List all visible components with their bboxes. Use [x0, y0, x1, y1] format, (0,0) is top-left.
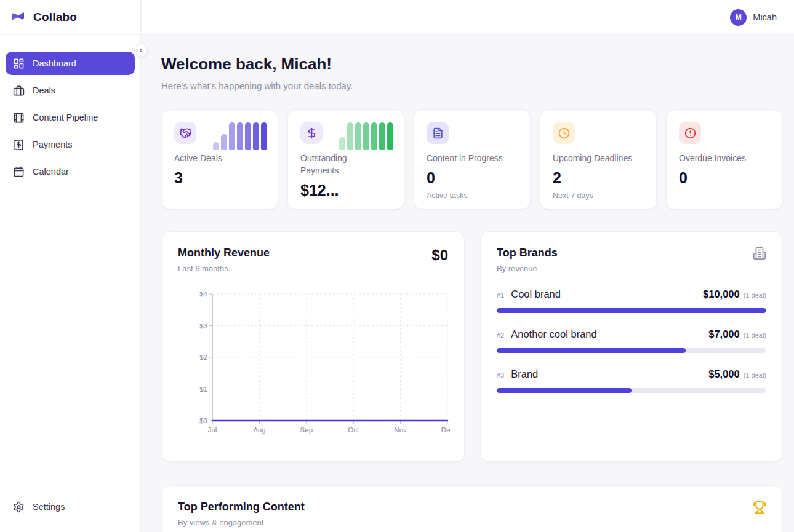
monthly-revenue-chart: $0$1$2$3$4JulAugSepOctNovDec	[178, 287, 448, 443]
brand-progress-fill	[497, 348, 686, 353]
clock-icon-badge	[553, 122, 575, 144]
page-subtitle: Here's what's happening with your deals …	[161, 81, 783, 91]
brand-name: Brand	[511, 368, 708, 380]
sidebar-item-content-pipeline[interactable]: Content Pipeline	[6, 106, 135, 129]
revenue-subtitle: Last 6 months	[178, 264, 270, 273]
sidebar-item-payments[interactable]: Payments	[6, 133, 135, 156]
sparkline-bar	[347, 122, 353, 150]
svg-text:$0: $0	[199, 417, 207, 424]
sidebar-item-settings[interactable]: Settings	[6, 495, 135, 518]
receipt-icon	[13, 139, 25, 151]
svg-text:$4: $4	[199, 290, 207, 298]
trophy-icon	[753, 501, 766, 514]
stat-value: 3	[174, 169, 265, 187]
stat-card-content-in-progress: Content in Progress0Active tasks	[414, 109, 531, 210]
svg-text:Aug: Aug	[253, 426, 265, 434]
sidebar-item-label: Calendar	[33, 167, 69, 177]
main-area: M Micah Welcome back, Micah! Here's what…	[142, 0, 794, 532]
topbar: M Micah	[142, 0, 794, 35]
building-icon	[753, 247, 766, 263]
svg-text:Dec: Dec	[441, 426, 450, 434]
brand-deal-count: (1 deal)	[744, 292, 766, 299]
stat-sublabel: Active tasks	[427, 191, 518, 200]
sidebar-nav: DashboardDealsContent PipelinePaymentsCa…	[0, 35, 140, 495]
svg-text:Oct: Oct	[348, 426, 359, 434]
dollar-icon	[306, 127, 318, 139]
stat-label: Active Deals	[174, 152, 238, 164]
svg-text:$2: $2	[199, 354, 207, 361]
sparkline-bar	[245, 122, 251, 150]
sparkline-bar	[237, 122, 243, 150]
brand-rank: #1	[497, 292, 504, 299]
stat-card-outstanding-payments: Outstanding Payments$12...	[287, 109, 404, 210]
top-content-subtitle: By views & engagement	[178, 518, 305, 527]
top-content-title: Top Performing Content	[178, 501, 305, 514]
chevron-left-icon	[137, 47, 145, 54]
building-icon	[753, 247, 766, 260]
svg-text:Sep: Sep	[300, 426, 313, 434]
sparkline-bar	[355, 122, 361, 150]
stat-sparkline	[213, 122, 267, 150]
brand-rank: #3	[497, 371, 504, 379]
stat-label: Outstanding Payments	[300, 152, 364, 177]
sidebar: Collabo DashboardDealsContent PipelinePa…	[0, 0, 141, 532]
stat-label: Content in Progress	[427, 152, 518, 164]
sidebar-item-dashboard[interactable]: Dashboard	[6, 52, 135, 75]
top-brands-panel: Top Brands By revenue #1Cool brand$10,00…	[480, 231, 783, 462]
gear-icon	[13, 501, 25, 513]
brand-deal-count: (1 deal)	[744, 332, 766, 339]
trophy-icon	[753, 501, 766, 517]
brand-row: #3Brand$5,000(1 deal)	[497, 368, 766, 393]
top-brands-list: #1Cool brand$10,000(1 deal)#2Another coo…	[497, 288, 766, 393]
monthly-revenue-panel: Monthly Revenue Last 6 months $0 $0$1$2$…	[161, 231, 465, 462]
stat-value: 0	[427, 169, 518, 187]
alert-icon	[684, 127, 696, 139]
revenue-total: $0	[431, 247, 448, 264]
sidebar-item-deals[interactable]: Deals	[6, 79, 135, 102]
film-icon	[13, 112, 25, 124]
page-title: Welcome back, Micah!	[161, 55, 783, 74]
handshake-icon	[180, 127, 191, 139]
brand-amount: $10,000	[703, 288, 740, 300]
svg-text:$1: $1	[199, 386, 207, 393]
revenue-line-chart-svg: $0$1$2$3$4JulAugSepOctNovDec	[189, 287, 450, 440]
document-icon-badge	[427, 122, 449, 144]
top-content-panel: Top Performing Content By views & engage…	[161, 485, 783, 532]
dollar-icon-badge	[300, 122, 323, 144]
settings-row: Settings	[0, 495, 140, 532]
brand-name: Cool brand	[511, 288, 703, 300]
stat-card-upcoming-deadlines: Upcoming Deadlines2Next 7 days	[540, 109, 657, 210]
svg-text:Jul: Jul	[208, 426, 217, 434]
sparkline-bar	[221, 134, 227, 150]
sidebar-item-label: Payments	[33, 140, 72, 149]
handshake-icon-badge	[174, 122, 196, 144]
sidebar-item-label: Content Pipeline	[33, 113, 98, 122]
sparkline-bar	[229, 122, 235, 150]
briefcase-icon	[13, 85, 25, 97]
clock-icon	[558, 127, 570, 139]
brand-progress-track	[497, 388, 766, 393]
stat-label: Overdue Invoices	[679, 152, 770, 164]
svg-text:$3: $3	[199, 322, 207, 330]
document-icon	[432, 127, 444, 139]
content: Welcome back, Micah! Here's what's happe…	[142, 35, 794, 532]
sparkline-bar	[387, 122, 393, 150]
stat-label: Upcoming Deadlines	[553, 152, 644, 164]
sidebar-item-calendar[interactable]: Calendar	[6, 160, 135, 183]
settings-label: Settings	[33, 502, 65, 512]
brand-progress-fill	[497, 308, 766, 313]
sidebar-item-label: Deals	[33, 85, 55, 95]
brand-deal-count: (1 deal)	[744, 371, 766, 379]
sidebar-collapse-button[interactable]	[134, 44, 148, 57]
avatar[interactable]: M	[730, 9, 747, 26]
sparkline-bar	[339, 137, 345, 150]
stat-value: $12...	[300, 181, 391, 199]
sparkline-bar	[253, 122, 259, 150]
brands-subtitle: By revenue	[497, 264, 558, 273]
sparkline-bar	[261, 122, 267, 150]
sparkline-bar	[371, 122, 377, 150]
brand-amount: $7,000	[708, 328, 739, 340]
brand-row: #1Cool brand$10,000(1 deal)	[497, 288, 766, 313]
sparkline-bar	[379, 122, 385, 150]
brand-name: Another cool brand	[511, 328, 708, 340]
